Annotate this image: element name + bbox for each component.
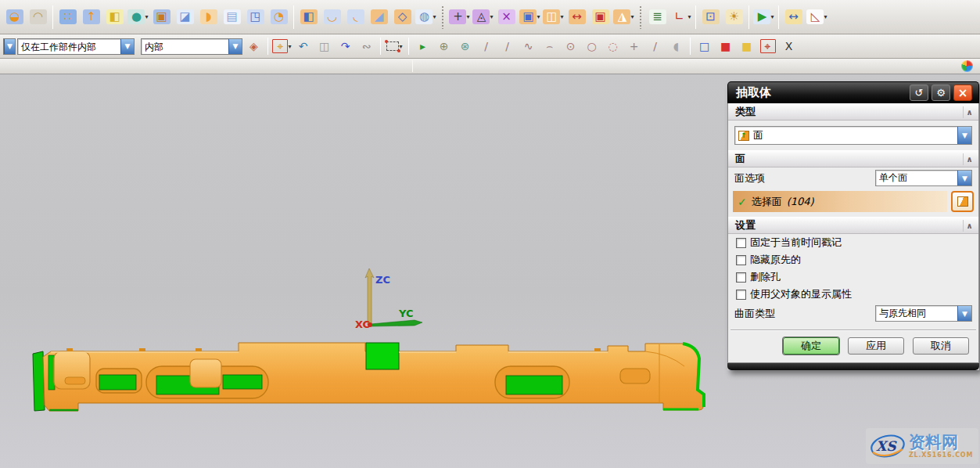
gear-icon[interactable]: ⚙: [932, 85, 950, 101]
collapse-chevron-icon[interactable]: ∧: [963, 153, 975, 165]
snap-toggle-icon[interactable]: ▸: [413, 36, 433, 56]
selection-scope-combo[interactable]: 仅在工作部件内部 ▼: [17, 38, 135, 55]
chamfer-icon[interactable]: ◢: [368, 4, 390, 31]
chevron-down-icon[interactable]: ▾: [824, 13, 827, 20]
move-object-icon[interactable]: +▾: [448, 4, 471, 31]
snap-spline-icon[interactable]: ∿: [519, 36, 538, 56]
solid-cube-icon[interactable]: ■: [716, 36, 735, 56]
chevron-down-icon[interactable]: ▾: [630, 13, 634, 20]
unite-boolean-icon[interactable]: ●▾: [127, 4, 149, 31]
checkbox[interactable]: [736, 238, 746, 248]
select-face-active-field[interactable]: ✓ 选择面 (104): [733, 191, 947, 212]
boss-pad-icon[interactable]: ◒: [3, 4, 26, 31]
view-cube-icon[interactable]: ◈: [244, 36, 264, 56]
draft-angle-icon[interactable]: ◠: [27, 4, 49, 31]
apply-button[interactable]: 应用: [848, 337, 904, 355]
checkbox[interactable]: [736, 272, 746, 283]
face-selection-cube-button[interactable]: [951, 191, 974, 212]
chevron-down-icon[interactable]: ▼: [957, 171, 971, 185]
section-header-type[interactable]: 类型 ∧: [728, 103, 978, 121]
bend-sheet-icon[interactable]: ◗: [197, 4, 220, 31]
mirror-object-icon[interactable]: ◫▾: [542, 4, 565, 31]
chevron-down-icon[interactable]: ▾: [537, 13, 540, 20]
slot-a-highlight-face[interactable]: [99, 375, 136, 390]
dialog-resize-bar[interactable]: [727, 363, 979, 370]
measure-distance-icon[interactable]: ↔: [782, 4, 805, 31]
chevron-down-icon[interactable]: ▾: [399, 43, 402, 50]
snap-face-icon[interactable]: ◖: [666, 36, 686, 56]
shell-body-icon[interactable]: ◳: [244, 4, 267, 31]
layer-settings-icon[interactable]: ≣: [646, 4, 669, 31]
snap-segment-icon[interactable]: /: [645, 36, 665, 56]
hidden-filter-combo[interactable]: ▼: [3, 38, 16, 55]
object-preferences-icon[interactable]: ⊡: [699, 4, 722, 31]
swept-flange-icon[interactable]: ◟: [344, 4, 367, 31]
chevron-down-icon[interactable]: ▾: [433, 13, 436, 20]
section-header-settings[interactable]: 设置 ∧: [728, 217, 978, 234]
top-highlight-face[interactable]: [366, 343, 399, 369]
update-mechanism-icon[interactable]: ▶▾: [752, 4, 775, 31]
chevron-down-icon[interactable]: ▼: [120, 39, 134, 54]
snap-arc-icon[interactable]: ⌢: [540, 36, 559, 56]
slot-b-highlight-right[interactable]: [223, 375, 262, 389]
undo-icon[interactable]: ↶: [293, 36, 313, 56]
snap-quadrant-icon[interactable]: ◌: [603, 36, 623, 56]
surface-type-select[interactable]: 与原先相同 ▼: [875, 305, 972, 322]
target-point-icon[interactable]: ⌖: [758, 36, 777, 56]
checkbox[interactable]: [736, 255, 746, 265]
snap-endpoint-icon[interactable]: /: [476, 36, 496, 56]
copy-object-icon[interactable]: ▣▾: [519, 4, 541, 31]
y-axis-arrow[interactable]: [371, 320, 422, 326]
face-option-select[interactable]: 单个面 ▼: [875, 170, 972, 186]
pattern-feature-icon[interactable]: ∷: [56, 4, 79, 31]
collapse-chevron-icon[interactable]: ∧: [963, 106, 975, 118]
wireframe-cube-icon[interactable]: □: [695, 36, 714, 56]
graphics-viewport[interactable]: ZC YC XC: [0, 75, 980, 468]
rotate-object-icon[interactable]: ◬▾: [472, 4, 494, 31]
chevron-down-icon[interactable]: ▾: [490, 13, 493, 20]
chevron-down-icon[interactable]: ▾: [687, 13, 691, 20]
chevron-down-icon[interactable]: ▼: [228, 39, 242, 54]
z-axis-arrow[interactable]: [365, 268, 374, 325]
reset-icon[interactable]: ↺: [910, 85, 928, 101]
chevron-down-icon[interactable]: ▾: [145, 13, 148, 20]
sphere-feature-icon[interactable]: ◍▾: [415, 4, 437, 31]
extrude-boss-icon[interactable]: ↑: [80, 4, 102, 31]
cad-model[interactable]: [27, 335, 716, 416]
type-select[interactable]: ↑ 面 ▼: [734, 126, 972, 145]
redo-target-icon[interactable]: ↷: [336, 36, 355, 56]
shaded-cube-icon[interactable]: ■: [737, 36, 756, 56]
measure-xy-icon[interactable]: X: [779, 36, 799, 56]
snap-midline-icon[interactable]: /: [497, 36, 517, 56]
delete-object-icon[interactable]: ×: [495, 4, 518, 31]
clamp-icon[interactable]: ∾: [357, 36, 376, 56]
object-display-icon[interactable]: ◮▾: [612, 4, 635, 31]
snap-intersection-icon[interactable]: +: [624, 36, 644, 56]
chevron-down-icon[interactable]: ▾: [770, 13, 774, 20]
snap-point-filter-icon[interactable]: ⌖▾: [272, 36, 292, 56]
draft-body-icon[interactable]: ◇: [391, 4, 414, 31]
close-icon[interactable]: ×: [953, 85, 972, 101]
dialog-titlebar[interactable]: 抽取体 ↺ ⚙ ×: [727, 81, 979, 103]
collapse-chevron-icon[interactable]: ∧: [963, 220, 975, 232]
snap-handles-icon[interactable]: ⊕: [434, 36, 454, 56]
chevron-down-icon[interactable]: ▾: [288, 43, 291, 50]
center-boss[interactable]: [190, 359, 221, 387]
slot-d-highlight-face[interactable]: [506, 376, 562, 394]
slot-e[interactable]: [620, 369, 650, 383]
eraser-icon[interactable]: ◫: [314, 36, 334, 56]
rectangle-select-icon[interactable]: ▾: [385, 36, 404, 56]
chevron-down-icon[interactable]: ▼: [4, 39, 15, 54]
offset-surface-icon[interactable]: ◔: [267, 4, 290, 31]
move-region-icon[interactable]: ◧: [103, 4, 126, 31]
visualization-preferences-icon[interactable]: ☀: [723, 4, 745, 31]
toolbar-drag-handle[interactable]: [639, 5, 642, 29]
ok-button[interactable]: 确定: [783, 337, 839, 355]
measure-angle-icon[interactable]: ◺▾: [806, 4, 828, 31]
measure-body-icon[interactable]: ↔: [565, 4, 588, 31]
chevron-down-icon[interactable]: ▾: [466, 13, 469, 20]
section-header-face[interactable]: 面 ∧: [728, 150, 978, 167]
sew-sheet-icon[interactable]: ▤: [221, 4, 243, 31]
chevron-down-icon[interactable]: ▼: [957, 306, 971, 321]
cancel-button[interactable]: 取消: [913, 337, 969, 355]
